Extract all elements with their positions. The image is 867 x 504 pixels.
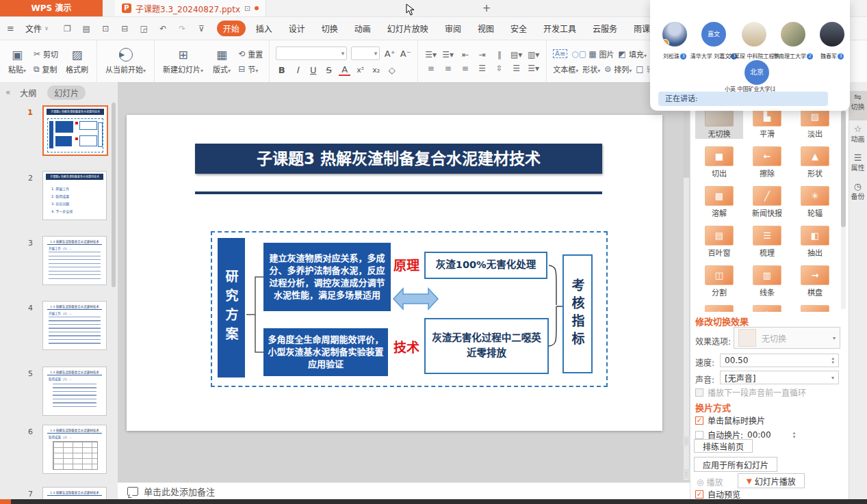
transition-tile[interactable]: ←擦除 xyxy=(743,145,791,178)
rail-properties-button[interactable]: ☰ 属性 xyxy=(849,152,867,179)
gallery-scrollbar-thumb[interactable] xyxy=(841,111,846,227)
transition-tile[interactable]: ▲形状 xyxy=(791,145,839,178)
transition-tile[interactable]: ▤百叶窗 xyxy=(695,224,743,258)
tab-home[interactable]: 开始 xyxy=(217,21,246,36)
slide-thumbnail-1[interactable]: 子课题3 热解灰渣制备复合水泥建材技术 xyxy=(42,105,108,156)
justify-icon[interactable]: ☰ xyxy=(476,64,489,73)
rail-backup-button[interactable]: ◷ 备份 xyxy=(849,181,867,208)
layout-button[interactable]: ▦版式▾ xyxy=(211,44,233,79)
font-name-combo[interactable]: ▾ xyxy=(276,47,347,60)
kpi-box-2[interactable]: 灰渣无害化过程中二噁英近零排放 xyxy=(424,318,549,374)
align-right-icon[interactable]: ≡ xyxy=(458,64,471,73)
play-from-current-button[interactable]: ▶从当前开始▾ xyxy=(103,44,148,79)
canvas-scrollbar-thumb[interactable] xyxy=(684,103,689,178)
hamburger-icon[interactable]: ≡ xyxy=(7,23,14,34)
rail-animation-button[interactable]: ☆ 动画 xyxy=(849,123,867,150)
on-click-checkbox-row[interactable]: ✓ 单击鼠标时换片 xyxy=(695,414,765,426)
tab-cloud[interactable]: 云服务 xyxy=(586,21,623,36)
text-direction-icon[interactable]: ∥ xyxy=(493,50,506,59)
tab-outline[interactable]: 大纲 xyxy=(20,87,36,98)
tech-text-box[interactable]: 多角度全生命周期能效评价，小型灰渣基水泥制备实验装置应用验证 xyxy=(263,328,388,376)
participant-avatar-1[interactable] xyxy=(662,22,687,47)
customize-toolbar-icon[interactable]: ⊽ xyxy=(195,24,208,34)
subscript-button[interactable]: x₂ xyxy=(370,66,382,75)
slide-thumbnail-6[interactable]: 1.3 热解灰渣制备复合水泥建材技术 取得成果（2）… xyxy=(42,425,107,474)
section-button[interactable]: ⊟节▾ xyxy=(238,64,263,75)
transition-tile[interactable]: ╱新闻快报 xyxy=(743,185,791,218)
slide-thumbnail-3[interactable]: 1.3 热解灰渣制备复合水泥建材技术 开展工作（1）… xyxy=(42,236,107,285)
play-button-disabled[interactable]: ◎播放 xyxy=(697,476,723,488)
principle-text-box[interactable]: 建立灰渣物质对应关系，多成分、多养护法制备水泥，反应过程分析，调控灰渣成分调节水… xyxy=(263,243,391,311)
participant-avatar-4[interactable] xyxy=(781,22,805,47)
tab-devtools[interactable]: 开发工具 xyxy=(537,21,582,36)
print-icon[interactable]: ⊟ xyxy=(118,24,131,34)
list-level-icon[interactable]: ☰▾ xyxy=(527,64,540,73)
tab-view[interactable]: 视图 xyxy=(471,21,500,36)
tab-transition[interactable]: 切换 xyxy=(315,21,344,36)
effect-option-select[interactable]: 无切换 ▾ xyxy=(734,327,840,349)
align-center-icon[interactable]: ≡ xyxy=(441,64,454,73)
copy-button[interactable]: ⧉复制 xyxy=(34,64,58,75)
collapse-panel-button[interactable]: « xyxy=(5,88,10,97)
sidebar-scrollbar[interactable] xyxy=(112,103,116,287)
paste-button[interactable]: ▣粘贴▾ xyxy=(6,44,28,79)
reset-button[interactable]: ⟲重置 xyxy=(238,49,263,59)
transition-tile[interactable]: ☰梳理 xyxy=(743,224,791,258)
transition-tile[interactable]: ↑推出 xyxy=(695,304,743,312)
tab-review[interactable]: 审阅 xyxy=(439,21,467,36)
new-slide-button[interactable]: ⊞新建幻灯片▾ xyxy=(161,44,205,79)
align-left-icon[interactable]: ≡ xyxy=(424,64,437,73)
save-icon[interactable]: ▤ xyxy=(80,24,93,34)
apply-to-all-button[interactable]: 应用于所有幻灯片 xyxy=(694,457,777,472)
next-slide-button[interactable]: ⁚ xyxy=(683,469,690,479)
transition-tile[interactable]: ►立方体 xyxy=(791,304,839,312)
picture-button[interactable]: ▦图片 xyxy=(588,49,614,59)
export-icon[interactable]: ⊡ xyxy=(99,24,112,34)
file-menu[interactable]: 文件∨ xyxy=(20,23,54,34)
notes-bar[interactable]: 单击此处添加备注 xyxy=(118,482,690,499)
fill-button[interactable]: ◩填充▾ xyxy=(619,49,647,59)
slide-thumbnail-5[interactable]: 1.3 热解灰渣制备复合水泥建材技术 取得成果（1）… xyxy=(42,367,107,416)
increase-font-icon[interactable]: A⁺ xyxy=(384,49,396,59)
superscript-button[interactable]: x² xyxy=(354,66,366,75)
transition-tile[interactable]: ◧抽出 xyxy=(791,224,839,258)
slide-thumbnail-7[interactable]: 1.3 热解灰渣制备复合水泥建材技术 xyxy=(42,487,107,501)
underline-button[interactable]: U xyxy=(307,65,319,75)
shape-button[interactable]: 形状▾ xyxy=(582,64,600,75)
transition-tile[interactable]: →棋盘 xyxy=(791,264,839,297)
line-spacing-icon[interactable]: ⇳ xyxy=(493,64,506,73)
transition-tile[interactable]: ◫分割 xyxy=(695,264,743,297)
checkbox-checked[interactable]: ✓ xyxy=(695,416,703,425)
tab-slideshow[interactable]: 幻灯片放映 xyxy=(381,21,435,36)
font-size-combo[interactable]: ▾ xyxy=(351,47,380,60)
italic-button[interactable]: I xyxy=(292,65,303,75)
align-options-icon[interactable]: ▥▾ xyxy=(527,50,540,59)
open-icon[interactable]: ❐ xyxy=(61,24,74,34)
print-preview-icon[interactable]: ◲ xyxy=(138,24,151,34)
loop-sound-checkbox-row[interactable]: 播放下一段声音前一直循环 xyxy=(695,386,806,398)
speed-input[interactable]: 00.50 ▴▾ xyxy=(720,354,839,367)
clear-format-icon[interactable]: ◇ xyxy=(386,65,398,75)
tab-animation[interactable]: 动画 xyxy=(348,21,377,36)
participant-avatar-2[interactable]: 嘉文 xyxy=(701,22,726,47)
rail-transition-button[interactable]: ⇋ 切换 xyxy=(849,91,867,120)
sound-select[interactable]: [无声音] ▾ xyxy=(720,371,839,384)
outdent-icon[interactable]: ⇤ xyxy=(458,50,471,59)
tab-slides[interactable]: 幻灯片 xyxy=(47,85,86,100)
tab-insert[interactable]: 插入 xyxy=(250,21,279,36)
bullets-icon[interactable]: ☰▾ xyxy=(424,50,437,59)
numbering-icon[interactable]: ☰▾ xyxy=(441,50,454,59)
spinner-icon[interactable]: ▴▾ xyxy=(793,431,796,439)
strikethrough-button[interactable]: S xyxy=(323,65,335,75)
wps-brand[interactable]: WPS 演示 xyxy=(0,0,103,16)
checkbox-checked[interactable]: ✓ xyxy=(695,490,703,499)
tab-security[interactable]: 安全 xyxy=(504,21,533,36)
shrink-text-icon[interactable]: ☰ xyxy=(510,64,523,73)
rehearse-current-button[interactable]: 排练当前页 xyxy=(694,439,753,453)
transition-tile[interactable]: ■切出 xyxy=(695,145,743,178)
kpi-box-1[interactable]: 灰渣100%无害化处理 xyxy=(424,252,547,279)
transition-tile[interactable]: ▥线条 xyxy=(743,264,791,297)
arrange-button[interactable]: ⊜排列▾ xyxy=(604,64,632,75)
checkbox-unchecked[interactable] xyxy=(695,431,703,439)
transition-tile[interactable]: ▩溶解 xyxy=(695,185,743,218)
